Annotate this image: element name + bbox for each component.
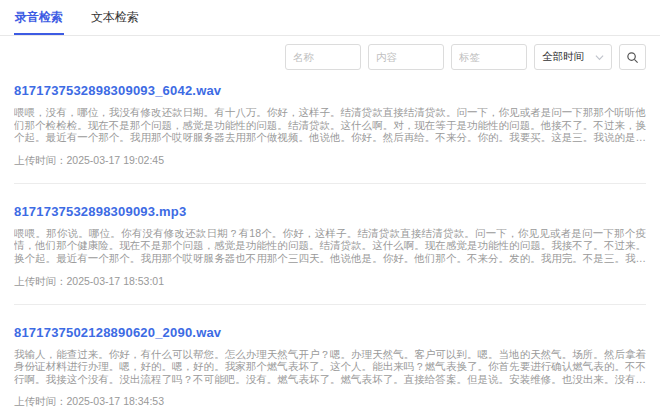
result-item: 8171737502128890620_2090.wav 我输人，能查过来。你好… <box>14 305 646 420</box>
content-search-input[interactable] <box>368 44 444 70</box>
upload-time-label: 上传时间： <box>14 275 67 287</box>
upload-time-value: 2025-03-17 19:02:45 <box>67 154 165 166</box>
tag-search-input[interactable] <box>451 44 527 70</box>
chevron-down-icon <box>595 53 604 62</box>
search-button[interactable] <box>619 44 646 70</box>
search-icon <box>626 51 639 64</box>
name-search-input[interactable] <box>285 44 361 70</box>
upload-time-value: 2025-03-17 18:53:01 <box>67 275 165 287</box>
upload-time-label: 上传时间： <box>14 154 67 166</box>
upload-time-label: 上传时间： <box>14 395 67 407</box>
upload-time: 上传时间：2025-03-17 18:53:01 <box>14 275 646 289</box>
time-filter-value: 全部时间 <box>542 50 584 64</box>
tab-audio-search[interactable]: 录音检索 <box>14 0 64 35</box>
time-filter-select[interactable]: 全部时间 <box>534 44 612 70</box>
transcript-text: 喂喂，没有，哪位，我没有修改还款日期。有十八万。你好，这样子。结清贷款直接结清贷… <box>14 106 646 144</box>
audio-file-link[interactable]: 8171737532898309093_6042.wav <box>14 83 221 98</box>
audio-file-link[interactable]: 8171737502128890620_2090.wav <box>14 325 221 340</box>
upload-time: 上传时间：2025-03-17 19:02:45 <box>14 154 646 168</box>
search-toolbar: 全部时间 <box>0 36 660 70</box>
upload-time-value: 2025-03-17 18:34:53 <box>67 395 165 407</box>
result-item: 8171737532898309093_6042.wav 喂喂，没有，哪位，我没… <box>14 70 646 184</box>
tab-text-search[interactable]: 文本检索 <box>90 0 140 35</box>
transcript-text: 我输人，能查过来。你好，有什么可以帮您。怎么办理天然气开户？嗯。办理天然气。客户… <box>14 348 646 386</box>
tab-bar: 录音检索 文本检索 <box>0 0 660 36</box>
audio-file-link[interactable]: 8171737532898309093.mp3 <box>14 204 186 219</box>
result-item: 8171737532898309093.mp3 喂喂。那你说。哪位。你有没有修改… <box>14 184 646 305</box>
search-results-list: 8171737532898309093_6042.wav 喂喂，没有，哪位，我没… <box>0 70 660 420</box>
upload-time: 上传时间：2025-03-17 18:34:53 <box>14 395 646 409</box>
transcript-text: 喂喂。那你说。哪位。你有没有修改还款日期？有18个。你好，这样子。结清贷款直接结… <box>14 227 646 265</box>
